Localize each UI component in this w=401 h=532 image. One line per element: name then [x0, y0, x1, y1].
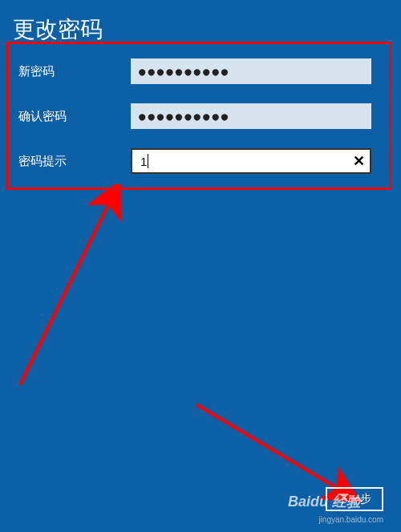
confirm-password-label: 确认密码	[18, 109, 131, 124]
password-hint-row: 密码提示 1 ✕	[18, 148, 379, 174]
password-hint-label: 密码提示	[18, 154, 131, 169]
svg-line-1	[196, 405, 345, 493]
text-cursor	[148, 154, 148, 168]
svg-line-0	[20, 196, 112, 385]
next-button[interactable]: 下一步	[326, 487, 383, 511]
password-mask: ●●●●●●●●●●	[139, 110, 230, 123]
password-hint-input[interactable]: 1 ✕	[131, 148, 371, 174]
page-title: 更改密码	[0, 0, 401, 45]
confirm-password-input[interactable]: ●●●●●●●●●●	[131, 103, 371, 129]
confirm-password-row: 确认密码 ●●●●●●●●●●	[18, 103, 379, 129]
new-password-label: 新密码	[18, 64, 131, 79]
hint-text: 1	[140, 155, 147, 168]
watermark-url: jingyan.baidu.com	[318, 515, 383, 524]
password-mask: ●●●●●●●●●●	[139, 65, 230, 78]
new-password-input[interactable]: ●●●●●●●●●●	[131, 58, 371, 84]
clear-icon[interactable]: ✕	[353, 152, 365, 170]
password-form-highlight: 新密码 ●●●●●●●●●● 确认密码 ●●●●●●●●●● 密码提示 1 ✕	[6, 42, 391, 190]
annotation-arrow-icon	[8, 184, 136, 393]
new-password-row: 新密码 ●●●●●●●●●●	[18, 58, 379, 84]
